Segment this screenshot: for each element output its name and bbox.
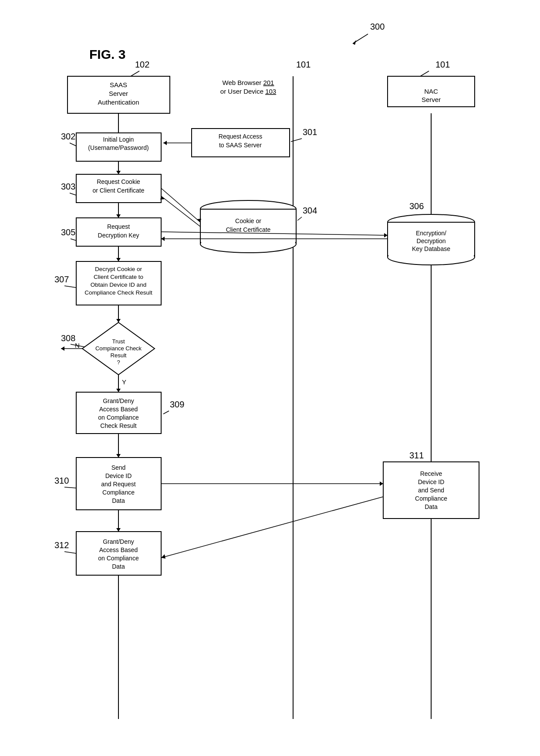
decrypt-text-3: Obtain Device ID and bbox=[91, 281, 146, 288]
fig-title: FIG. 3 bbox=[89, 47, 125, 61]
trust-text-3: Result bbox=[111, 352, 127, 359]
request-decryption-text-1: Request bbox=[107, 223, 130, 230]
web-browser-text-2: or User Device 103 bbox=[220, 88, 276, 95]
svg-line-36 bbox=[163, 411, 169, 414]
grant-deny-2-text-1: Grant/Deny bbox=[103, 538, 134, 545]
svg-line-28 bbox=[64, 286, 76, 288]
ref-311: 311 bbox=[409, 451, 424, 460]
nac-server-text-1: NAC bbox=[424, 88, 438, 95]
receive-device-text-4: Compliance bbox=[415, 495, 447, 502]
ref-302: 302 bbox=[61, 132, 75, 141]
svg-marker-10 bbox=[163, 141, 167, 145]
svg-marker-44 bbox=[116, 528, 121, 532]
request-access-text-1: Request Access bbox=[219, 133, 262, 140]
cookie-cert-text-1: Cookie or bbox=[235, 217, 261, 224]
svg-marker-38 bbox=[116, 454, 121, 458]
ref-306: 306 bbox=[409, 201, 424, 211]
svg-marker-20 bbox=[116, 214, 121, 218]
grant-deny-1-text-2: Access Based bbox=[99, 406, 138, 413]
receive-device-text-1: Receive bbox=[420, 470, 442, 477]
enc-db-text-1: Encryption/ bbox=[416, 230, 446, 237]
y-label: Y bbox=[122, 378, 126, 386]
ref-101-webbox: 101 bbox=[296, 60, 310, 69]
svg-marker-12 bbox=[116, 171, 121, 174]
svg-marker-35 bbox=[116, 389, 121, 392]
ref-301: 301 bbox=[303, 127, 317, 137]
svg-marker-25 bbox=[161, 237, 165, 241]
ref-303: 303 bbox=[61, 182, 75, 191]
svg-line-15 bbox=[161, 188, 200, 222]
grant-deny-1-text-3: on Compliance bbox=[98, 414, 139, 421]
ref-304: 304 bbox=[303, 206, 317, 215]
diagram-container: FIG. 3 300 102 SAAS Server Authenticatio… bbox=[0, 0, 540, 756]
cookie-cert-text-2: Client Certificate bbox=[226, 226, 271, 233]
request-cookie-text-2: or Client Certificate bbox=[92, 187, 144, 194]
web-browser-text-1: Web Browser 201 bbox=[223, 79, 274, 86]
svg-line-45 bbox=[161, 497, 383, 558]
svg-line-47 bbox=[64, 552, 76, 553]
trust-text-1: Trust bbox=[112, 338, 125, 345]
svg-marker-42 bbox=[380, 481, 383, 486]
svg-line-17 bbox=[161, 196, 200, 227]
send-device-text-3: and Request bbox=[101, 481, 136, 488]
enc-db-text-3: Key Database bbox=[412, 245, 450, 252]
svg-marker-23 bbox=[384, 233, 388, 237]
initial-login-text-2: (Username/Password) bbox=[88, 144, 148, 151]
n-label: N bbox=[75, 342, 80, 349]
grant-deny-1-text-4: Check Result bbox=[100, 422, 136, 429]
send-device-text-1: Send bbox=[111, 464, 126, 471]
ref-312: 312 bbox=[54, 540, 69, 550]
decrypt-text-2: Client Certificate to bbox=[94, 274, 143, 280]
saas-server-text-3: Authentication bbox=[98, 98, 139, 106]
svg-marker-27 bbox=[116, 258, 121, 261]
grant-deny-2-text-4: Data bbox=[112, 563, 125, 570]
receive-device-text-5: Data bbox=[425, 503, 438, 510]
ref-102: 102 bbox=[135, 60, 149, 69]
enc-db-text-2: Decryption bbox=[417, 237, 446, 244]
request-access-text-2: to SAAS Server bbox=[219, 142, 262, 149]
ref-305: 305 bbox=[61, 227, 75, 237]
svg-marker-1 bbox=[353, 40, 356, 45]
ref-101: 101 bbox=[435, 60, 450, 69]
svg-line-21 bbox=[71, 239, 76, 241]
trust-text-4: ? bbox=[117, 359, 120, 366]
grant-deny-2-text-3: on Compliance bbox=[98, 555, 139, 562]
grant-deny-2-text-2: Access Based bbox=[99, 546, 138, 553]
ref-300: 300 bbox=[370, 22, 385, 31]
send-device-text-4: Compliance bbox=[102, 489, 135, 496]
svg-marker-46 bbox=[161, 554, 165, 559]
request-decryption-text-2: Decryption Key bbox=[98, 232, 139, 239]
svg-line-13 bbox=[70, 193, 76, 195]
saas-server-text-1: SAAS bbox=[110, 81, 127, 88]
svg-line-39 bbox=[64, 487, 76, 488]
send-device-text-5: Data bbox=[112, 497, 125, 504]
svg-line-14 bbox=[297, 217, 302, 220]
decrypt-text-4: Compliance Check Result bbox=[84, 289, 152, 296]
svg-line-7 bbox=[70, 143, 76, 146]
ref-309: 309 bbox=[170, 400, 184, 409]
ref-307: 307 bbox=[54, 275, 69, 284]
nac-server-text-2: Server bbox=[422, 96, 441, 103]
initial-login-text-1: Initial Login bbox=[103, 136, 134, 143]
request-cookie-text-1: Request Cookie bbox=[97, 178, 140, 185]
trust-text-2: Compiance Check bbox=[95, 345, 142, 352]
saas-server-text-2: Server bbox=[109, 90, 128, 97]
grant-deny-1-text-1: Grant/Deny bbox=[103, 397, 134, 404]
decrypt-text-1: Decrypt Cookie or bbox=[95, 266, 142, 272]
ref-310: 310 bbox=[54, 476, 69, 485]
ref-308: 308 bbox=[61, 333, 75, 343]
receive-device-text-2: Device ID bbox=[418, 478, 445, 485]
svg-marker-33 bbox=[61, 346, 64, 351]
send-device-text-2: Device ID bbox=[105, 472, 132, 479]
receive-device-text-3: and Send bbox=[418, 487, 444, 494]
svg-line-8 bbox=[291, 139, 302, 142]
